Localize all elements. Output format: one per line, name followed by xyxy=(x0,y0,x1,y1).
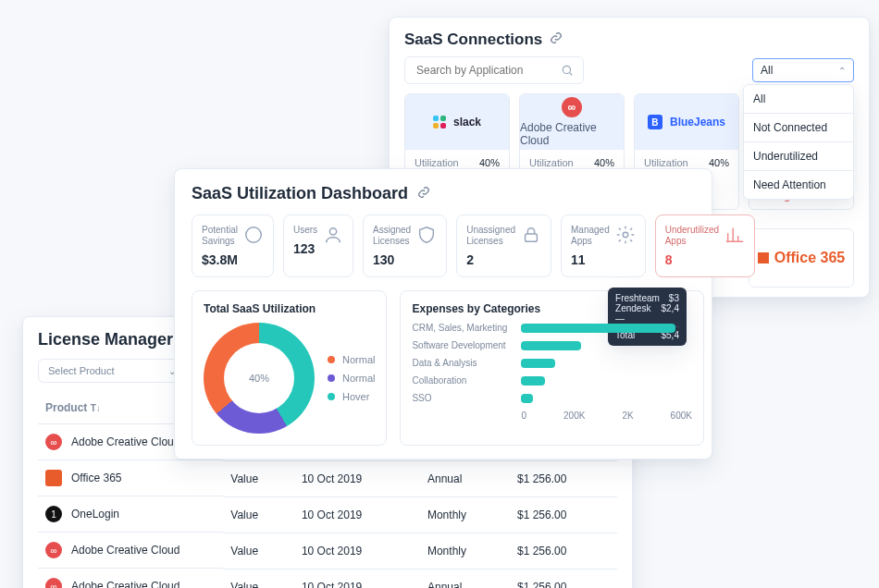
office-icon xyxy=(45,470,62,486)
adobe-icon xyxy=(562,97,582,117)
table-row[interactable]: ∞Adobe Creative Cloud Value 10 Oct 2019 … xyxy=(38,533,617,569)
lock-icon xyxy=(521,225,541,249)
user-icon xyxy=(323,225,343,249)
gear-icon xyxy=(615,225,636,249)
cell-product: Adobe Creative Cloud xyxy=(71,544,180,557)
cell: Value xyxy=(223,460,294,496)
link-icon[interactable] xyxy=(550,31,563,48)
tooltip-val: $3 xyxy=(669,293,679,303)
link-icon[interactable] xyxy=(417,186,430,202)
bar-label: CRM, Sales, Marketing xyxy=(412,323,514,333)
bar-label: SSO xyxy=(412,393,514,403)
donut-center-label: 40% xyxy=(204,323,315,434)
dashboard-title: SaaS Utilization Dashboard xyxy=(192,184,408,203)
bar-row: SSO xyxy=(412,393,692,403)
x-tick: 600K xyxy=(671,410,692,421)
cell: Annual xyxy=(420,460,510,496)
filter-option-underutilized[interactable]: Underutilized xyxy=(744,142,853,171)
kpi-potential-savings[interactable]: Potential Savings$3.8M xyxy=(192,214,274,277)
kpi-unassigned-licenses[interactable]: Unassigned Licenses2 xyxy=(456,214,551,277)
product-select[interactable]: Select Product ⌄ xyxy=(38,359,186,383)
cell: 10 Oct 2019 xyxy=(294,460,420,496)
kpi-value: 11 xyxy=(571,252,610,267)
kpi-underutilized-apps[interactable]: Underutilized Apps8 xyxy=(655,214,755,277)
sort-indicator[interactable]: T↓ xyxy=(91,403,101,413)
svg-point-1 xyxy=(246,227,262,243)
tooltip-key: Freshteam xyxy=(615,293,660,303)
bar xyxy=(521,324,675,333)
cell: Monthly xyxy=(420,533,510,569)
licenses-title: License Manager xyxy=(38,330,173,349)
kpi-label: Assigned Licenses xyxy=(373,225,411,247)
adobe-icon: ∞ xyxy=(45,542,62,558)
svg-point-4 xyxy=(623,232,628,238)
donut-card: Total SaaS Utilization 40% Normal Normal… xyxy=(192,290,387,446)
cell: 10 Oct 2019 xyxy=(294,496,420,533)
cell-product: OneLogin xyxy=(71,508,119,521)
filter-label: All xyxy=(761,64,773,77)
bluejeans-icon: B xyxy=(648,115,662,129)
kpi-value: 2 xyxy=(466,252,515,267)
filter-option-not-connected[interactable]: Not Connected xyxy=(744,114,853,142)
legend-item: Hover xyxy=(328,391,375,402)
cell-product: Office 365 xyxy=(71,472,121,484)
bar-row: Data & Analysis xyxy=(412,358,692,368)
search-input[interactable] xyxy=(415,63,553,78)
brand-label: Adobe Creative Cloud xyxy=(520,121,624,147)
kpi-managed-apps[interactable]: Managed Apps11 xyxy=(561,214,646,277)
x-tick: 0 xyxy=(521,410,526,421)
bar-row: CRM, Sales, Marketing xyxy=(412,323,692,333)
kpi-value: 8 xyxy=(665,252,719,267)
util-value: 40% xyxy=(479,157,500,168)
util-label: Utilization xyxy=(415,157,459,168)
brand-label: BlueJeans xyxy=(670,116,725,129)
search-input-wrap[interactable] xyxy=(404,56,584,84)
donut-chart: 40% xyxy=(204,323,315,434)
util-value: 40% xyxy=(709,157,729,168)
col-product[interactable]: Product xyxy=(45,401,87,414)
cell: 10 Oct 2019 xyxy=(294,533,420,569)
bar xyxy=(521,394,533,403)
svg-point-0 xyxy=(563,66,570,73)
util-value: 40% xyxy=(594,157,614,168)
legend-item: Normal xyxy=(328,373,375,384)
table-row[interactable]: ∞Adobe Creative Cloud Value 10 Oct 2019 … xyxy=(38,569,617,588)
util-label: Utilization xyxy=(644,157,688,168)
kpi-row: Potential Savings$3.8M Users123 Assigned… xyxy=(192,214,695,277)
app-tile-office365[interactable]: Office 365 xyxy=(749,219,854,288)
legend-label: Normal xyxy=(342,373,375,384)
table-row[interactable]: Office 365 Value 10 Oct 2019 Annual $1 2… xyxy=(38,460,617,496)
legend-label: Hover xyxy=(342,391,369,402)
kpi-value: 123 xyxy=(293,241,317,256)
bar-label: Collaboration xyxy=(412,375,514,386)
cell: Value xyxy=(223,569,294,588)
filter-option-all[interactable]: All xyxy=(744,85,853,114)
legend-swatch xyxy=(328,393,335,400)
bar xyxy=(521,359,555,368)
filter-button[interactable]: All ⌃ xyxy=(752,58,854,82)
cell-product: Adobe Creative Cloud xyxy=(71,580,180,588)
office365-icon: Office 365 xyxy=(758,250,845,266)
bar-row: Software Development xyxy=(412,340,692,350)
brand-label: Office 365 xyxy=(774,250,845,266)
sparkle-icon xyxy=(243,225,264,249)
kpi-assigned-licenses[interactable]: Assigned Licenses130 xyxy=(363,214,447,277)
kpi-label: Potential Savings xyxy=(202,225,238,247)
table-row[interactable]: 1OneLogin Value 10 Oct 2019 Monthly $1 2… xyxy=(38,496,617,533)
legend-item: Normal xyxy=(328,354,375,365)
dashboard-panel: SaaS Utilization Dashboard Potential Sav… xyxy=(174,168,712,459)
kpi-users[interactable]: Users123 xyxy=(283,214,353,277)
filter-menu: All Not Connected Underutilized Need Att… xyxy=(743,84,854,200)
bar-label: Data & Analysis xyxy=(412,358,514,368)
tooltip-val: $2,4 xyxy=(662,303,679,313)
cell: Value xyxy=(223,533,294,569)
svg-point-2 xyxy=(329,228,336,235)
kpi-value: 130 xyxy=(373,252,411,267)
x-tick: 200K xyxy=(563,410,585,421)
donut-legend: Normal Normal Hover xyxy=(328,354,375,402)
cell: Annual xyxy=(420,569,510,588)
chart-tooltip: Freshteam$3 Zendesk$2,4 — Total$5,4 xyxy=(608,288,687,346)
filter-option-need-attention[interactable]: Need Attention xyxy=(744,171,853,199)
legend-label: Normal xyxy=(342,354,375,365)
tooltip-key: — xyxy=(615,313,625,324)
